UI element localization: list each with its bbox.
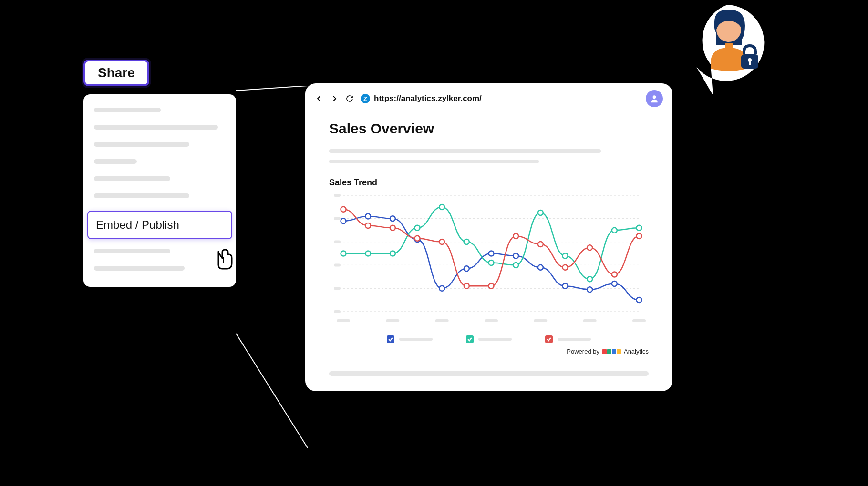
legend-item-red[interactable] [545, 335, 591, 343]
svg-rect-22 [583, 319, 597, 322]
svg-point-37 [341, 251, 346, 256]
menu-placeholder [94, 159, 137, 164]
connector-lines [236, 86, 312, 453]
legend-label-placeholder [478, 338, 512, 341]
svg-rect-17 [337, 319, 350, 322]
sales-trend-chart [334, 192, 644, 326]
svg-rect-16 [334, 310, 341, 313]
menu-placeholder [94, 176, 170, 181]
svg-point-33 [563, 284, 568, 289]
svg-point-54 [439, 239, 444, 244]
legend-item-blue[interactable] [387, 335, 433, 343]
legend-label-placeholder [558, 338, 591, 341]
svg-point-45 [538, 210, 543, 215]
favicon-icon: Z [361, 94, 370, 103]
share-menu: Embed / Publish [83, 94, 236, 287]
svg-point-30 [489, 251, 494, 256]
chart-title: Sales Trend [329, 178, 649, 188]
svg-point-56 [489, 284, 494, 289]
svg-point-40 [415, 225, 420, 231]
svg-rect-10 [334, 241, 341, 243]
svg-point-47 [587, 276, 592, 282]
svg-rect-20 [485, 319, 498, 322]
chart-legend [329, 335, 649, 343]
menu-placeholder [94, 108, 161, 112]
svg-rect-6 [334, 194, 341, 197]
svg-point-49 [637, 225, 642, 231]
svg-point-66 [748, 58, 752, 62]
url-text: https://analytics.zylker.com/ [374, 94, 482, 103]
svg-line-2 [236, 86, 308, 91]
svg-rect-23 [632, 319, 646, 322]
text-placeholder [329, 149, 601, 153]
svg-rect-12 [334, 263, 341, 266]
menu-placeholder [94, 142, 189, 147]
svg-point-63 [716, 17, 741, 42]
svg-point-58 [538, 242, 543, 247]
menu-placeholder [94, 249, 170, 253]
menu-placeholder [94, 266, 185, 271]
svg-rect-21 [534, 319, 547, 322]
svg-point-42 [464, 239, 469, 244]
page-title: Sales Overview [329, 121, 649, 137]
svg-line-3 [236, 334, 308, 448]
powered-prefix: Powered by [567, 348, 599, 355]
reload-icon[interactable] [345, 94, 354, 103]
address-bar[interactable]: Z https://analytics.zylker.com/ [361, 94, 639, 103]
svg-point-4 [653, 95, 656, 99]
svg-rect-19 [435, 319, 449, 322]
svg-point-24 [341, 218, 346, 223]
svg-rect-8 [334, 217, 341, 220]
legend-item-green[interactable] [466, 335, 512, 343]
browser-toolbar: Z https://analytics.zylker.com/ [305, 83, 672, 112]
svg-point-61 [612, 272, 617, 277]
svg-point-41 [439, 204, 444, 210]
svg-point-26 [390, 216, 395, 221]
user-avatar-button[interactable] [646, 90, 663, 107]
back-icon[interactable] [315, 94, 323, 103]
checkbox-icon [466, 335, 474, 343]
svg-point-43 [489, 260, 494, 265]
svg-point-55 [464, 284, 469, 289]
svg-point-44 [513, 263, 518, 268]
browser-window: Z https://analytics.zylker.com/ Sales Ov… [305, 83, 672, 391]
svg-point-60 [587, 245, 592, 250]
svg-point-38 [365, 251, 371, 256]
svg-rect-14 [334, 287, 341, 290]
svg-point-46 [563, 253, 568, 258]
svg-rect-67 [749, 61, 751, 65]
menu-placeholder [94, 125, 218, 130]
page-content: Sales Overview Sales Trend Powered by [305, 112, 672, 391]
share-button[interactable]: Share [83, 60, 149, 86]
menu-item-embed-publish[interactable]: Embed / Publish [87, 211, 232, 239]
svg-point-31 [513, 253, 518, 258]
svg-point-51 [365, 223, 371, 228]
svg-rect-64 [725, 43, 733, 50]
svg-point-48 [612, 228, 617, 233]
powered-suffix: Analytics [624, 348, 649, 355]
svg-point-29 [464, 266, 469, 271]
text-placeholder [329, 160, 539, 163]
footer-placeholder [329, 371, 649, 376]
forward-icon[interactable] [330, 94, 339, 103]
user-lock-callout [682, 0, 777, 100]
powered-by: Powered by Analytics [329, 348, 649, 355]
svg-point-52 [390, 225, 395, 231]
zoho-logo-icon [602, 349, 621, 354]
svg-rect-65 [741, 54, 758, 69]
checkbox-icon [387, 335, 394, 343]
svg-point-39 [390, 251, 395, 256]
svg-point-28 [439, 286, 444, 291]
svg-point-57 [513, 233, 518, 239]
svg-point-25 [365, 213, 371, 219]
svg-rect-18 [386, 319, 399, 322]
svg-point-36 [637, 297, 642, 303]
svg-point-62 [637, 233, 642, 239]
menu-placeholder [94, 193, 189, 198]
checkbox-icon [545, 335, 553, 343]
svg-point-59 [563, 265, 568, 270]
svg-point-53 [415, 236, 420, 241]
svg-point-32 [538, 265, 543, 270]
svg-point-50 [341, 207, 346, 212]
legend-label-placeholder [399, 338, 433, 341]
